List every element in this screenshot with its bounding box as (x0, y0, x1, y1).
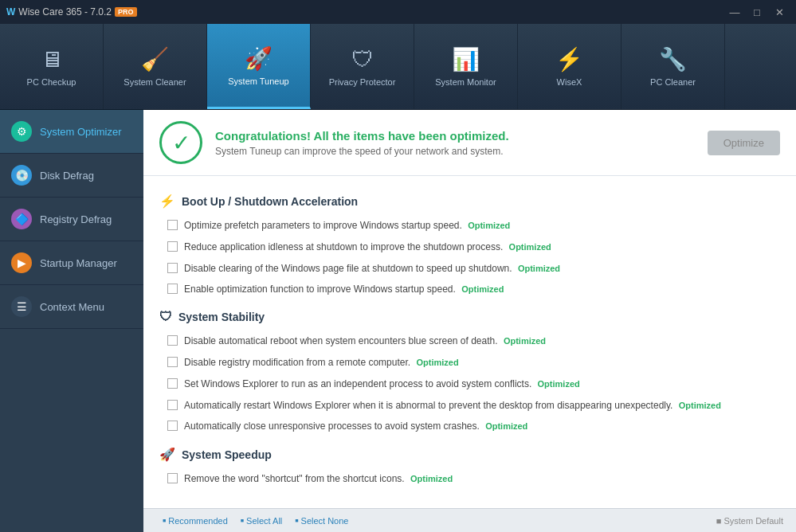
optimized-badge-system-stability-4: Optimized (485, 421, 527, 431)
item-row-system-stability-2: Set Windows Explorer to run as an indepe… (159, 374, 780, 395)
content-area: ✓ Congratulations! All the items have be… (143, 110, 796, 532)
section-header-system-speedup: 🚀System Speedup (159, 447, 780, 462)
nav-item-pc-cleaner[interactable]: 🔧 PC Cleaner (622, 24, 725, 109)
optimized-badge-boot-shutdown-0: Optimized (468, 221, 510, 230)
pc-cleaner-icon: 🔧 (659, 46, 687, 72)
title-bar: W Wise Care 365 - 7.0.2 PRO — □ ✕ (0, 0, 796, 24)
nav-item-system-tuneup[interactable]: 🚀 System Tuneup (207, 24, 311, 109)
nav-item-wisex[interactable]: ⚡ WiseX (518, 24, 622, 109)
nav-bar: 🖥 PC Checkup 🧹 System Cleaner 🚀 System T… (0, 24, 796, 110)
item-row-system-stability-0: Disable automatical reboot when system e… (159, 331, 780, 352)
nav-item-pc-checkup[interactable]: 🖥 PC Checkup (0, 24, 104, 109)
section-header-boot-shutdown: ⚡Boot Up / Shutdown Acceleration (159, 194, 780, 209)
pc-checkup-icon: 🖥 (41, 46, 63, 72)
sidebar-label-system-optimizer: System Optimizer (40, 126, 122, 138)
item-text-boot-shutdown-0: Optimize prefetch parameters to improve … (184, 219, 510, 233)
section-icon-boot-shutdown: ⚡ (159, 194, 175, 209)
item-row-system-stability-3: Automatically restart Windows Explorer w… (159, 395, 780, 417)
item-text-boot-shutdown-1: Reduce application idleness at shutdown … (184, 241, 551, 254)
item-checkbox-boot-shutdown-0[interactable] (167, 220, 178, 230)
sidebar-item-startup-manager[interactable]: ▶ Startup Manager (0, 241, 143, 285)
optimize-button[interactable]: Optimize (708, 131, 780, 155)
system-optimizer-icon: ⚙ (11, 121, 32, 142)
item-checkbox-boot-shutdown-3[interactable] (167, 284, 178, 294)
recommended-link[interactable]: Recommended (156, 516, 234, 526)
item-text-system-stability-2: Set Windows Explorer to run as an indepe… (184, 377, 580, 391)
select-none-link[interactable]: Select None (288, 516, 355, 526)
section-title-system-speedup: System Speedup (182, 448, 272, 461)
nav-item-system-cleaner[interactable]: 🧹 System Cleaner (104, 24, 207, 109)
item-text-system-stability-3: Automatically restart Windows Explorer w… (184, 399, 721, 413)
sidebar-item-context-menu[interactable]: ☰ Context Menu (0, 285, 143, 329)
item-text-system-stability-1: Disable registry modification from a rem… (184, 356, 459, 370)
optimized-badge-boot-shutdown-3: Optimized (461, 284, 504, 294)
nav-label-privacy-protector: Privacy Protector (329, 77, 396, 87)
sidebar-label-registry-defrag: Registry Defrag (40, 213, 112, 225)
registry-defrag-icon: 🔷 (11, 209, 32, 229)
optimized-badge-boot-shutdown-2: Optimized (518, 264, 560, 273)
maximize-button[interactable]: □ (747, 4, 767, 20)
optimized-badge-system-speedup-0: Optimized (410, 474, 453, 483)
sidebar-item-registry-defrag[interactable]: 🔷 Registry Defrag (0, 198, 143, 241)
item-checkbox-system-stability-1[interactable] (167, 357, 178, 367)
nav-item-privacy-protector[interactable]: 🛡 Privacy Protector (311, 24, 414, 109)
item-checkbox-system-stability-3[interactable] (167, 400, 178, 410)
section-header-system-stability: 🛡System Stability (159, 310, 780, 324)
item-row-boot-shutdown-0: Optimize prefetch parameters to improve … (159, 215, 780, 237)
nav-label-system-tuneup: System Tuneup (228, 76, 288, 86)
sidebar: ⚙ System Optimizer 💿 Disk Defrag 🔷 Regis… (0, 110, 143, 532)
nav-label-wisex: WiseX (557, 77, 582, 87)
nav-label-system-monitor: System Monitor (435, 77, 496, 87)
startup-manager-icon: ▶ (11, 252, 32, 273)
header-text: Congratulations! All the items have been… (215, 129, 695, 157)
optimized-badge-system-stability-3: Optimized (679, 401, 721, 410)
privacy-protector-icon: 🛡 (351, 46, 374, 72)
optimized-badge-boot-shutdown-1: Optimized (509, 242, 551, 252)
header-subtitle: System Tuneup can improve the speed of y… (215, 146, 695, 157)
pro-badge: PRO (115, 7, 137, 17)
sidebar-item-system-optimizer[interactable]: ⚙ System Optimizer (0, 110, 143, 154)
item-checkbox-system-stability-2[interactable] (167, 378, 178, 389)
item-row-system-speedup-0: Remove the word "shortcut" from the shor… (159, 468, 780, 490)
sidebar-item-disk-defrag[interactable]: 💿 Disk Defrag (0, 154, 143, 198)
system-default-label: ■ System Default (716, 516, 783, 526)
item-checkbox-system-stability-4[interactable] (167, 421, 178, 431)
main-layout: ⚙ System Optimizer 💿 Disk Defrag 🔷 Regis… (0, 110, 796, 532)
item-text-boot-shutdown-2: Disable clearing of the Windows page fil… (184, 262, 560, 276)
item-row-boot-shutdown-2: Disable clearing of the Windows page fil… (159, 258, 780, 280)
minimize-button[interactable]: — (724, 4, 745, 20)
optimized-badge-system-stability-2: Optimized (538, 379, 580, 389)
app-title: Wise Care 365 - 7.0.2 (18, 6, 112, 18)
context-menu-icon: ☰ (11, 296, 32, 317)
header-title: Congratulations! All the items have been… (215, 129, 695, 143)
select-all-link[interactable]: Select All (234, 516, 288, 526)
nav-label-system-cleaner: System Cleaner (124, 77, 186, 87)
nav-item-system-monitor[interactable]: 📊 System Monitor (414, 24, 518, 109)
app-logo: W (6, 6, 15, 18)
items-container: ⚡Boot Up / Shutdown Acceleration Optimiz… (143, 176, 796, 508)
section-icon-system-speedup: 🚀 (159, 447, 175, 462)
sidebar-label-startup-manager: Startup Manager (40, 257, 117, 269)
item-checkbox-system-stability-0[interactable] (167, 335, 178, 346)
sidebar-label-context-menu: Context Menu (40, 301, 104, 313)
wisex-icon: ⚡ (555, 46, 583, 72)
item-row-boot-shutdown-3: Enable optimization function to improve … (159, 279, 780, 300)
optimized-badge-system-stability-0: Optimized (504, 336, 546, 346)
system-monitor-icon: 📊 (452, 46, 480, 72)
item-text-system-stability-4: Automatically close unresponsive process… (184, 420, 527, 433)
disk-defrag-icon: 💿 (11, 165, 32, 186)
system-tuneup-icon: 🚀 (245, 45, 273, 72)
system-cleaner-icon: 🧹 (141, 46, 169, 72)
success-icon: ✓ (159, 121, 202, 164)
bottom-bar: Recommended Select All Select None ■ Sys… (143, 508, 796, 532)
section-title-system-stability: System Stability (178, 311, 265, 323)
item-checkbox-boot-shutdown-2[interactable] (167, 263, 178, 273)
optimized-badge-system-stability-1: Optimized (416, 358, 458, 367)
item-checkbox-boot-shutdown-1[interactable] (167, 241, 178, 252)
item-checkbox-system-speedup-0[interactable] (167, 473, 178, 483)
sidebar-label-disk-defrag: Disk Defrag (40, 170, 94, 182)
close-button[interactable]: ✕ (769, 4, 790, 20)
item-text-boot-shutdown-3: Enable optimization function to improve … (184, 283, 504, 296)
nav-label-pc-checkup: PC Checkup (27, 77, 76, 87)
item-text-system-speedup-0: Remove the word "shortcut" from the shor… (184, 472, 453, 486)
